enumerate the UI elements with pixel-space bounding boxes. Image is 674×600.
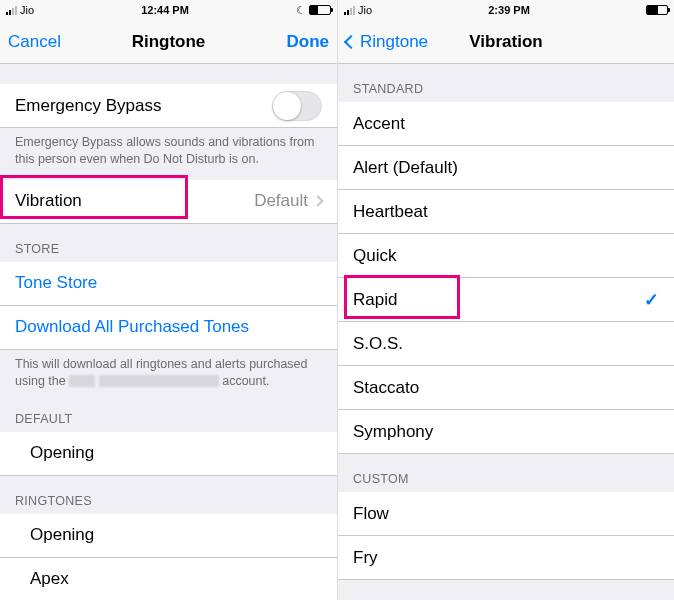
do-not-disturb-icon: ☾ bbox=[296, 4, 306, 17]
ringtone-row[interactable]: Opening bbox=[0, 514, 337, 558]
emergency-bypass-row[interactable]: Emergency Bypass bbox=[0, 84, 337, 128]
vibration-value: Default bbox=[254, 191, 308, 211]
vibration-option-accent[interactable]: Accent bbox=[338, 102, 674, 146]
emergency-bypass-footer: Emergency Bypass allows sounds and vibra… bbox=[0, 128, 337, 180]
default-tone-label: Opening bbox=[30, 443, 94, 463]
vibration-option-staccato[interactable]: Staccato bbox=[338, 366, 674, 410]
ringtones-section-header: RINGTONES bbox=[0, 476, 337, 514]
nav-bar: Ringtone Vibration bbox=[338, 20, 674, 64]
vibration-screen: Jio 2:39 PM Ringtone Vibration STANDARD … bbox=[337, 0, 674, 600]
vibration-option-flow[interactable]: Flow bbox=[338, 492, 674, 536]
ringtone-row[interactable]: Apex bbox=[0, 558, 337, 601]
standard-section-header: STANDARD bbox=[338, 64, 674, 102]
vibration-option-rapid[interactable]: Rapid ✓ bbox=[338, 278, 674, 322]
vibration-option-quick[interactable]: Quick bbox=[338, 234, 674, 278]
checkmark-icon: ✓ bbox=[644, 289, 659, 311]
signal-bars-icon bbox=[6, 5, 17, 15]
default-tone-row[interactable]: Opening bbox=[0, 432, 337, 476]
status-bar: Jio 2:39 PM bbox=[338, 0, 674, 20]
battery-icon bbox=[309, 5, 331, 15]
carrier-label: Jio bbox=[358, 4, 372, 16]
store-section-header: STORE bbox=[0, 224, 337, 262]
vibration-option-symphony[interactable]: Symphony bbox=[338, 410, 674, 454]
default-section-header: DEFAULT bbox=[0, 402, 337, 432]
vibration-option-alert-default[interactable]: Alert (Default) bbox=[338, 146, 674, 190]
nav-bar: Cancel Ringtone Done bbox=[0, 20, 337, 64]
back-button[interactable]: Ringtone bbox=[346, 32, 428, 52]
status-bar: Jio 12:44 PM ☾ bbox=[0, 0, 337, 20]
store-footer: This will download all ringtones and ale… bbox=[0, 350, 337, 402]
emergency-bypass-label: Emergency Bypass bbox=[15, 96, 161, 116]
battery-icon bbox=[646, 5, 668, 15]
tone-store-link[interactable]: Tone Store bbox=[0, 262, 337, 306]
chevron-left-icon bbox=[344, 34, 358, 48]
download-purchased-link[interactable]: Download All Purchased Tones bbox=[0, 306, 337, 350]
ringtone-screen: Jio 12:44 PM ☾ Cancel Ringtone Done Emer… bbox=[0, 0, 337, 600]
vibration-option-sos[interactable]: S.O.S. bbox=[338, 322, 674, 366]
carrier-label: Jio bbox=[20, 4, 34, 16]
signal-bars-icon bbox=[344, 5, 355, 15]
custom-section-header: CUSTOM bbox=[338, 454, 674, 492]
emergency-bypass-toggle[interactable] bbox=[272, 91, 322, 121]
clock: 2:39 PM bbox=[488, 4, 530, 16]
vibration-option-fry[interactable]: Fry bbox=[338, 536, 674, 580]
cancel-button[interactable]: Cancel bbox=[8, 32, 78, 52]
clock: 12:44 PM bbox=[141, 4, 189, 16]
vibration-option-heartbeat[interactable]: Heartbeat bbox=[338, 190, 674, 234]
done-button[interactable]: Done bbox=[259, 32, 329, 52]
vibration-row[interactable]: Vibration Default bbox=[0, 180, 337, 224]
vibration-label: Vibration bbox=[15, 191, 82, 211]
chevron-right-icon bbox=[312, 196, 323, 207]
